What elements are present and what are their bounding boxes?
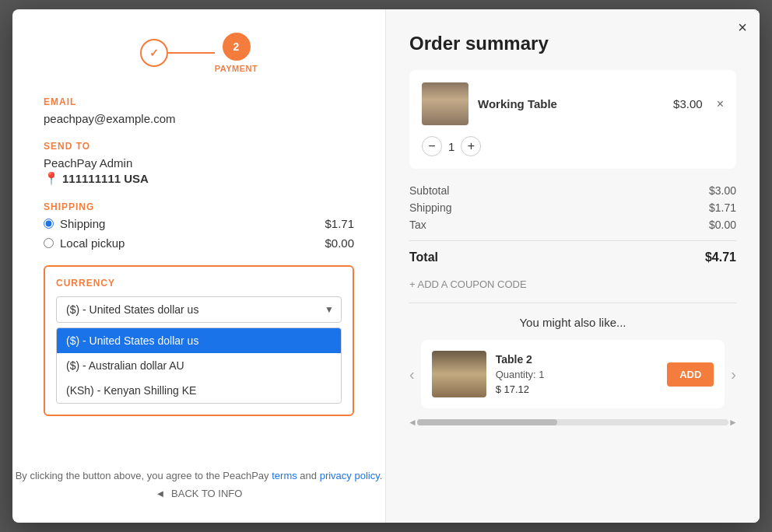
coupon-code-button[interactable]: + ADD A COUPON CODE	[409, 278, 527, 290]
back-to-info-link[interactable]: ◄ BACK TO INFO	[12, 488, 385, 499]
summary-lines: Subtotal $3.00 Shipping $1.71 Tax $0.00 …	[409, 184, 736, 264]
local-pickup-radio[interactable]	[44, 238, 54, 248]
shipping-line: Shipping $1.71	[409, 201, 736, 214]
footer-text: By clicking the button above, you agree …	[12, 470, 385, 481]
remove-product-button[interactable]: ×	[717, 97, 724, 111]
product-card: Working Table $3.00 × − 1 +	[409, 70, 736, 169]
scroll-container: ◄ ►	[417, 419, 728, 425]
right-panel: Order summary Working Table $3.00 × − 1 …	[386, 9, 760, 523]
currency-select[interactable]: ($) - United States dollar us ($) - Aust…	[56, 296, 342, 323]
privacy-link[interactable]: privacy policy	[320, 470, 380, 481]
step2-label: PAYMENT	[215, 64, 258, 73]
left-panel: ✓ 2 PAYMENT EMAIL peachpay@example.com S…	[12, 9, 386, 523]
currency-option-aud[interactable]: ($) - Australian dollar AU	[57, 353, 341, 378]
total-label: Total	[409, 250, 438, 264]
shipping-option-local: Local pickup $0.00	[44, 236, 354, 250]
scroll-left-arrow-icon: ◄	[408, 417, 417, 428]
currency-option-ksh[interactable]: (KSh) - Kenyan Shilling KE	[57, 378, 341, 403]
shipping-summary-label: Shipping	[409, 201, 452, 214]
product-price: $3.00	[673, 97, 703, 110]
quantity-value: 1	[448, 140, 454, 153]
you-might-label: You might also like...	[409, 316, 736, 329]
currency-label: CURRENCY	[56, 278, 342, 289]
add-to-cart-button[interactable]: ADD	[667, 362, 714, 387]
summary-divider	[409, 240, 736, 241]
shipping-price: $1.71	[325, 217, 354, 230]
send-to-name: PeachPay Admin	[44, 156, 354, 170]
subtotal-label: Subtotal	[409, 184, 449, 197]
step1-circle: ✓	[140, 39, 168, 67]
product-name: Working Table	[478, 97, 664, 110]
carousel-prev-button[interactable]: ‹	[409, 366, 415, 383]
step2-number: 2	[233, 40, 240, 53]
shipping-section-label: SHIPPING	[44, 201, 354, 212]
send-to-address: 📍 111111111 USA	[44, 171, 354, 186]
local-pickup-label[interactable]: Local pickup	[60, 236, 125, 250]
rec-price: $ 17.12	[496, 383, 658, 395]
product-row: Working Table $3.00 ×	[422, 82, 724, 125]
currency-dropdown: ($) - United States dollar us ($) - Aust…	[56, 327, 342, 404]
currency-section: CURRENCY ($) - United States dollar us (…	[44, 265, 354, 416]
send-to-label: SEND TO	[44, 141, 354, 152]
currency-option-usd[interactable]: ($) - United States dollar us	[57, 328, 341, 353]
back-arrow-icon: ◄	[156, 488, 166, 499]
rec-quantity: Quantity: 1	[496, 369, 658, 380]
close-button[interactable]: ×	[738, 19, 747, 37]
step1-symbol: ✓	[149, 47, 159, 59]
left-footer: By clicking the button above, you agree …	[12, 470, 385, 499]
scroll-right-arrow-icon: ►	[728, 417, 738, 428]
shipping-summary-value: $1.71	[709, 201, 736, 214]
tax-line: Tax $0.00	[409, 219, 736, 231]
pin-icon: 📍	[44, 171, 59, 186]
step1-wrapper: ✓	[140, 39, 168, 67]
carousel-next-button[interactable]: ›	[731, 366, 736, 383]
total-line: Total $4.71	[409, 250, 736, 264]
quantity-row: − 1 +	[422, 136, 724, 156]
shipping-option-shipping: Shipping $1.71	[44, 217, 354, 230]
quantity-increase-button[interactable]: +	[461, 136, 481, 156]
step2-wrapper: 2 PAYMENT	[215, 33, 258, 73]
rec-product-image	[432, 351, 486, 397]
shipping-radio[interactable]	[44, 219, 54, 229]
rec-product-name: Table 2	[496, 353, 658, 366]
email-section-label: EMAIL	[44, 96, 354, 107]
checkout-modal: × ✓ 2 PAYMENT EMAIL peachpay@example.com…	[12, 9, 760, 523]
shipping-label[interactable]: Shipping	[60, 217, 105, 230]
tax-label: Tax	[409, 219, 426, 231]
recommendation-carousel: ‹ Table 2 Quantity: 1 $ 17.12 ADD ›	[409, 340, 736, 408]
total-value: $4.71	[705, 250, 736, 264]
local-pickup-price: $0.00	[325, 236, 354, 250]
subtotal-line: Subtotal $3.00	[409, 184, 736, 197]
product-img-placeholder	[422, 82, 468, 125]
coupon-divider	[409, 303, 736, 303]
order-summary-title: Order summary	[409, 33, 736, 54]
step2-circle: 2	[223, 33, 251, 61]
quantity-decrease-button[interactable]: −	[422, 136, 442, 156]
rec-img-placeholder	[432, 351, 486, 397]
tax-value: $0.00	[709, 219, 736, 231]
subtotal-value: $3.00	[709, 184, 736, 197]
step-connector	[168, 52, 215, 54]
email-value: peachpay@example.com	[44, 112, 354, 125]
stepper: ✓ 2 PAYMENT	[44, 33, 354, 73]
scroll-thumb	[417, 419, 557, 425]
shipping-options: Shipping $1.71 Local pickup $0.00	[44, 217, 354, 250]
scroll-bar[interactable]	[417, 419, 728, 425]
rec-info: Table 2 Quantity: 1 $ 17.12	[496, 353, 658, 395]
terms-link[interactable]: terms	[272, 470, 297, 481]
address-text: 111111111 USA	[62, 172, 149, 185]
product-image	[422, 82, 468, 125]
currency-select-wrapper: ($) - United States dollar us ($) - Aust…	[56, 296, 342, 323]
recommendation-card: Table 2 Quantity: 1 $ 17.12 ADD	[421, 340, 725, 408]
